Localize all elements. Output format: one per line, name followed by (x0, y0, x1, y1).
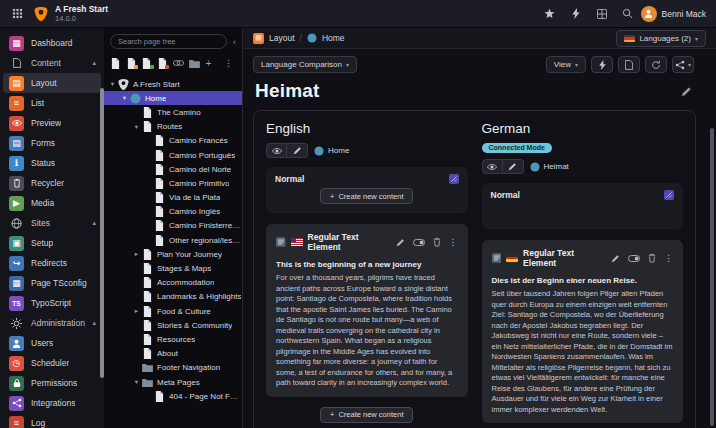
pencil-icon[interactable] (396, 238, 405, 247)
tree-node-camino-portugu-s[interactable]: Camino Português (104, 148, 242, 162)
sidebar-item-label: Recycler (31, 178, 64, 188)
sidebar-item-status[interactable]: ℹStatus (0, 153, 104, 173)
tree-node-landmarks-highlights[interactable]: Landmarks & Highlights (104, 290, 242, 304)
chevron-down-icon[interactable]: ▾ (132, 378, 141, 386)
tree-node-camino-primitivo[interactable]: Camino Primitivo (104, 176, 242, 190)
view-dropdown[interactable]: View ▾ (546, 56, 586, 73)
new-link-page-icon[interactable] (142, 57, 153, 69)
create-new-content-button[interactable]: + Create new content (320, 407, 413, 423)
link-icon[interactable] (173, 57, 184, 69)
new-folder-icon[interactable] (189, 57, 200, 69)
tree-node-home[interactable]: ▾Home (104, 91, 242, 105)
chevron-down-icon[interactable]: ▾ (132, 123, 141, 131)
sidebar-item-preview[interactable]: Preview (0, 113, 104, 133)
view-page-button[interactable] (482, 159, 503, 174)
sidebar-item-integrations[interactable]: Integrations (0, 393, 104, 413)
plus-icon[interactable]: + (205, 57, 216, 69)
tree-node-a-fresh-start[interactable]: ▾A Fresh Start (104, 77, 242, 91)
breadcrumb-module[interactable]: Layout (269, 33, 295, 43)
tree-node-routes[interactable]: ▾Routes (104, 120, 242, 134)
page-tree-search-input[interactable] (110, 34, 227, 49)
tree-node-404-page-not-found[interactable]: 404 - Page Not Found (104, 389, 242, 403)
content-scrollbar[interactable] (710, 128, 714, 426)
sidebar-item-list[interactable]: ≡List (0, 93, 104, 113)
tree-node-resources[interactable]: Resources (104, 332, 242, 346)
visibility-toggle-icon[interactable] (413, 239, 425, 246)
sidebar-item-layout[interactable]: ▤Layout (3, 73, 101, 93)
sidebar-item-log[interactable]: ≡Log (0, 413, 104, 428)
collapse-tree-icon[interactable]: ‹ (231, 37, 238, 47)
chevron-right-icon[interactable]: ▸ (132, 307, 141, 315)
sidebar-item-scheduler[interactable]: ◷Scheduler (0, 353, 104, 373)
module-menu-toggle[interactable] (0, 0, 34, 28)
sidebar-item-administration[interactable]: Administration▴ (0, 313, 104, 333)
sidebar-item-setup[interactable]: ▣Setup (0, 233, 104, 253)
kebab-menu-icon[interactable]: ⋮ (449, 237, 458, 247)
sidebar-item-sites[interactable]: Sites▴ (0, 213, 104, 233)
content-element-card[interactable]: Regular Text Element ⋮ This is the begin… (266, 224, 468, 397)
view-page-button[interactable] (266, 143, 287, 158)
tree-node-other-regional-lesser-kno[interactable]: Other regional/lesser-kno… (104, 233, 242, 247)
trash-icon[interactable] (648, 253, 656, 263)
tree-node-meta-pages[interactable]: ▾Meta Pages (104, 375, 242, 389)
module-menu-scrollbar[interactable] (100, 88, 104, 378)
edit-page-title-button[interactable] (681, 86, 692, 97)
page-icon (141, 277, 153, 288)
new-page-icon[interactable] (111, 57, 122, 69)
clear-cache-button[interactable] (563, 0, 589, 28)
sidebar-item-forms[interactable]: ▤Forms (0, 133, 104, 153)
tree-node-camino-franc-s[interactable]: Camino Francés (104, 134, 242, 148)
tree-node-the-camino[interactable]: The Camino (104, 105, 242, 119)
tree-node-about[interactable]: About (104, 347, 242, 361)
tree-node-plan-your-journey[interactable]: ▸Plan Your Journey (104, 247, 242, 261)
chevron-up-icon: ▴ (92, 319, 96, 327)
clear-page-cache-button[interactable] (591, 56, 613, 73)
systeminfo-button[interactable] (589, 0, 615, 28)
pencil-icon[interactable] (611, 254, 620, 263)
reload-button[interactable] (645, 56, 667, 73)
tree-node-stories-community[interactable]: Stories & Community (104, 318, 242, 332)
chevron-down-icon[interactable]: ▾ (108, 80, 117, 88)
chevron-right-icon[interactable]: ▸ (132, 250, 141, 258)
visibility-toggle-icon[interactable] (628, 255, 640, 262)
tree-node-footer-navigation[interactable]: Footer Navigation (104, 361, 242, 375)
sidebar-item-media[interactable]: ▶Media (0, 193, 104, 213)
colpos-title: Normal (491, 190, 520, 200)
tree-node-camino-del-norte[interactable]: Camino del Norte (104, 162, 242, 176)
search-button[interactable] (615, 0, 641, 28)
share-dropdown[interactable]: ▾ (672, 56, 694, 73)
page-properties-button[interactable] (618, 56, 640, 73)
sidebar-item-typoscript[interactable]: TSTypoScript (0, 293, 104, 313)
avatar[interactable] (641, 6, 657, 22)
sidebar-item-redirects[interactable]: ↪Redirects (0, 253, 104, 273)
language-comparison-dropdown[interactable]: Language Comparison ▾ (253, 56, 357, 73)
sidebar-item-content[interactable]: Content▴ (0, 53, 104, 73)
sidebar-item-page-tsconfig[interactable]: ▦Page TSconfig (0, 273, 104, 293)
sidebar-item-users[interactable]: Users (0, 333, 104, 353)
tree-node-camino-finisterre-mux-a[interactable]: Camino Finisterre & Muxía (104, 219, 242, 233)
kebab-menu-icon[interactable]: ⋮ (664, 253, 673, 263)
new-shortcut-page-icon[interactable] (127, 57, 138, 69)
tree-node-via-de-la-plata[interactable]: Via de la Plata (104, 191, 242, 205)
tree-node-food-culture[interactable]: ▸Food & Culture (104, 304, 242, 318)
edit-page-button[interactable] (287, 143, 308, 158)
tree-node-accommodation[interactable]: Accommodation (104, 276, 242, 290)
breadcrumb-page[interactable]: Home (322, 33, 345, 43)
languages-dropdown[interactable]: Languages (2) ▾ (616, 30, 706, 47)
sidebar-item-dashboard[interactable]: ▦Dashboard (0, 33, 104, 53)
username-label[interactable]: Benni Mack (662, 9, 706, 19)
create-new-content-button[interactable]: + Create new content (320, 188, 413, 204)
tree-node-stages-maps[interactable]: Stages & Maps (104, 261, 242, 275)
bookmarks-button[interactable] (537, 0, 563, 28)
tree-node-camino-ingl-s[interactable]: Camino Inglés (104, 205, 242, 219)
chevron-down-icon[interactable]: ▾ (120, 94, 129, 102)
trash-icon[interactable] (433, 237, 441, 247)
new-spacer-page-icon[interactable] (158, 57, 169, 69)
sidebar-item-permissions[interactable]: Permissions (0, 373, 104, 393)
tree-options-kebab-icon[interactable]: ⋮ (221, 58, 236, 68)
edit-page-button[interactable] (503, 159, 524, 174)
tree-node-label: Camino Primitivo (169, 179, 229, 188)
page-tree: ▾A Fresh Start▾HomeThe Camino▾RoutesCami… (104, 75, 242, 428)
sidebar-item-recycler[interactable]: Recycler (0, 173, 104, 193)
content-element-card[interactable]: Regular Text Element ⋮ Dies ist der Begi… (482, 240, 684, 423)
